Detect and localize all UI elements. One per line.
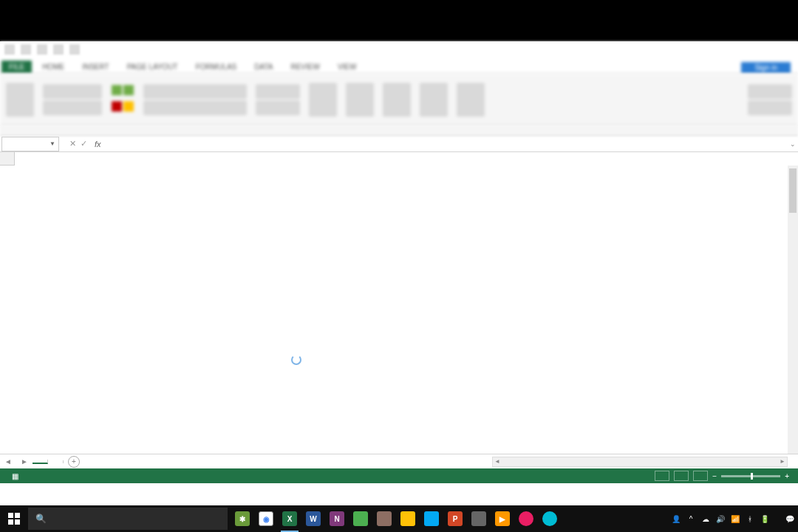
taskbar-search[interactable]: 🔍 — [28, 508, 228, 530]
sheet-tab-bar: ◄ ► + ◄► — [0, 454, 798, 468]
formula-bar: ▼ ✕ ✓ fx ⌄ — [0, 136, 798, 152]
svg-rect-3 — [15, 519, 20, 525]
sign-in-button[interactable]: Sign in — [741, 62, 791, 73]
cancel-icon[interactable]: ✕ — [69, 139, 76, 149]
tab-review[interactable]: REVIEW — [283, 61, 327, 73]
name-box[interactable]: ▼ — [1, 137, 59, 151]
tray-cloud-icon[interactable]: ☁ — [700, 515, 711, 523]
tray-wifi-icon[interactable]: 📶 — [730, 515, 740, 523]
tray-chevron-up-icon[interactable]: ^ — [686, 515, 696, 523]
task-word[interactable]: W — [301, 505, 325, 532]
task-excel[interactable]: X — [278, 505, 301, 532]
tab-pagelayout[interactable]: PAGE LAYOUT — [120, 61, 185, 73]
view-normal-button[interactable] — [655, 471, 669, 481]
tab-file[interactable]: FILE — [1, 61, 32, 73]
tab-formulas[interactable]: FORMULAS — [188, 61, 245, 73]
task-app-1[interactable]: ✱ — [231, 505, 254, 532]
spreadsheet-grid[interactable] — [0, 152, 798, 454]
zoom-slider[interactable] — [721, 475, 780, 477]
chevron-down-icon[interactable]: ▼ — [50, 140, 55, 147]
taskbar: 🔍 ✱ ◉ X W N P ▶ 👤 ^ ☁ 🔊 📶 ᚼ 🔋 💬 — [0, 505, 798, 532]
zoom-in-button[interactable]: + — [785, 472, 789, 480]
sheet-tab-active[interactable] — [33, 460, 48, 464]
task-app-teal[interactable] — [538, 505, 562, 532]
quick-access-toolbar — [0, 41, 798, 58]
status-bar: ▦ − + — [0, 468, 798, 483]
notifications-icon[interactable]: 💬 — [785, 515, 795, 523]
task-app-brown[interactable] — [372, 505, 396, 532]
task-app-orange[interactable]: ▶ — [491, 505, 514, 532]
macro-icon[interactable]: ▦ — [12, 472, 18, 480]
ribbon-tabs: FILE HOME INSERT PAGE LAYOUT FORMULAS DA… — [0, 58, 798, 74]
formula-input[interactable] — [104, 138, 788, 150]
tab-home[interactable]: HOME — [35, 61, 72, 73]
task-app-blue[interactable] — [420, 505, 443, 532]
expand-formula-icon[interactable]: ⌄ — [788, 140, 798, 148]
busy-cursor-icon — [291, 355, 301, 365]
add-sheet-button[interactable]: + — [68, 456, 80, 468]
tray-bt-icon[interactable]: ᚼ — [745, 515, 755, 523]
tab-data[interactable]: DATA — [247, 61, 280, 73]
svg-rect-2 — [8, 519, 13, 525]
tray-battery-icon[interactable]: 🔋 — [760, 515, 770, 523]
task-app-pink[interactable] — [514, 505, 538, 532]
sheet-nav-prev[interactable]: ◄ — [0, 457, 16, 466]
task-onenote[interactable]: N — [325, 505, 349, 532]
sheet-tab-other[interactable] — [48, 460, 64, 463]
task-chrome[interactable]: ◉ — [254, 505, 278, 532]
ribbon — [0, 74, 798, 126]
fx-icon[interactable]: fx — [92, 140, 104, 149]
tray-volume-icon[interactable]: 🔊 — [715, 515, 726, 523]
tab-insert[interactable]: INSERT — [75, 61, 117, 73]
task-powerpoint[interactable]: P — [443, 505, 467, 532]
svg-rect-0 — [8, 513, 13, 518]
tray-icon-1[interactable]: 👤 — [671, 515, 681, 523]
enter-icon[interactable]: ✓ — [81, 139, 87, 149]
start-button[interactable] — [0, 505, 28, 532]
vertical-scrollbar[interactable] — [788, 166, 798, 454]
system-tray: 👤 ^ ☁ 🔊 📶 ᚼ 🔋 💬 — [666, 515, 798, 523]
sheet-nav-next[interactable]: ► — [16, 457, 33, 466]
horizontal-scrollbar[interactable]: ◄► — [492, 457, 788, 467]
task-app-grey[interactable] — [467, 505, 491, 532]
windows-icon — [8, 513, 20, 525]
ribbon-group-labels — [0, 126, 798, 136]
select-all-triangle[interactable] — [0, 152, 15, 166]
svg-rect-1 — [15, 513, 20, 518]
view-pagebreak-button[interactable] — [693, 471, 708, 481]
tab-view[interactable]: VIEW — [330, 61, 364, 73]
view-layout-button[interactable] — [674, 471, 689, 481]
task-app-yellow[interactable] — [396, 505, 420, 532]
task-app-green[interactable] — [349, 505, 372, 532]
search-icon: 🔍 — [35, 514, 47, 524]
zoom-out-button[interactable]: − — [712, 472, 717, 480]
